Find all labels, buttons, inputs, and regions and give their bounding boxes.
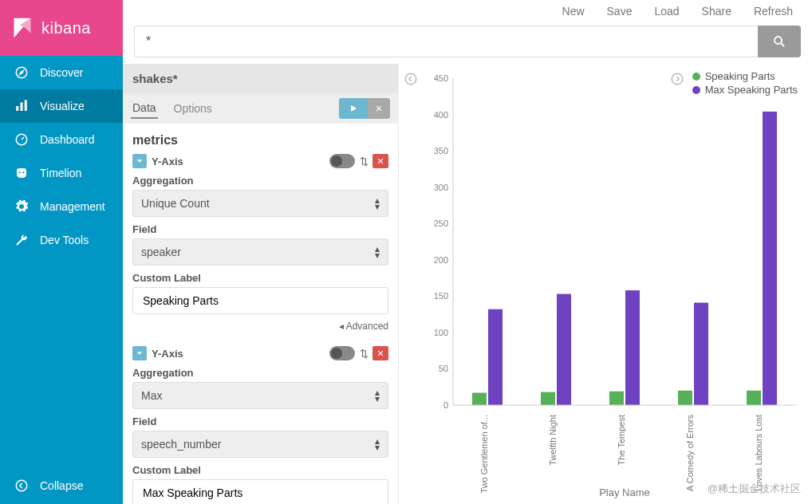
tab-data[interactable]: Data (131, 98, 158, 119)
svg-point-6 (22, 171, 24, 173)
svg-text:A Comedy of Errors: A Comedy of Errors (685, 415, 695, 491)
panel-tabs: Data Options (123, 93, 398, 124)
chevron-updown-icon: ▴▾ (375, 246, 380, 258)
svg-point-9 (405, 73, 416, 85)
sidebar-item-label: Discover (40, 66, 83, 79)
collapse-metric-button[interactable] (132, 154, 147, 168)
drag-handle-icon[interactable]: ⇅ (357, 154, 371, 168)
svg-rect-33 (747, 391, 761, 405)
chevron-updown-icon: ▴▾ (375, 438, 380, 451)
svg-text:100: 100 (434, 328, 448, 337)
remove-metric-button[interactable] (372, 346, 388, 360)
config-panel: shakes* Data Options metrics (123, 64, 399, 504)
sidebar-item-visualize[interactable]: Visualize (0, 89, 123, 123)
chevron-left-icon (14, 478, 29, 493)
svg-text:200: 200 (434, 255, 448, 265)
remove-metric-button[interactable] (372, 154, 388, 168)
drag-handle-icon[interactable]: ⇅ (357, 346, 371, 360)
index-pattern-header[interactable]: shakes* (123, 64, 398, 93)
expand-legend-button[interactable] (670, 72, 684, 86)
svg-text:350: 350 (434, 146, 448, 156)
sidebar-item-timelion[interactable]: Timelion (0, 156, 123, 190)
aggregation-label: Aggregation (132, 367, 388, 379)
close-icon (375, 104, 383, 112)
svg-rect-3 (25, 100, 27, 112)
field-select[interactable]: speaker ▴▾ (132, 238, 388, 266)
search-icon (772, 34, 786, 49)
custom-label-input[interactable] (132, 287, 388, 314)
custom-label-label: Custom Label (132, 464, 388, 476)
custom-label-label: Custom Label (132, 272, 388, 284)
svg-point-10 (672, 73, 683, 85)
searchbar (123, 19, 812, 64)
aggregation-value: Unique Count (141, 197, 210, 210)
svg-text:Twelfth Night: Twelfth Night (548, 415, 558, 466)
svg-text:0: 0 (443, 400, 448, 410)
collapse-panel-button[interactable] (404, 72, 418, 86)
logo[interactable]: kibana (0, 0, 123, 56)
topbar-load[interactable]: Load (654, 5, 679, 18)
sidebar-item-label: Dev Tools (40, 234, 89, 246)
axis-type-label: Y-Axis (152, 156, 325, 167)
wrench-icon (14, 233, 29, 247)
metric-block: Y-Axis ⇅ Aggregation Max ▴▾ F (132, 346, 388, 504)
nav: Discover Visualize Dashboard Timelion Ma… (0, 56, 123, 467)
svg-text:300: 300 (434, 183, 448, 192)
sidebar-item-management[interactable]: Management (0, 190, 123, 223)
sidebar-item-label: Timelion (40, 167, 81, 179)
metric-enable-toggle[interactable] (329, 346, 355, 360)
sidebar-item-devtools[interactable]: Dev Tools (0, 223, 123, 257)
watermark-text: @稀土掘金技术社区 (708, 482, 801, 496)
search-button[interactable] (758, 26, 801, 57)
legend-swatch-icon (692, 73, 700, 81)
apply-changes-button[interactable] (339, 98, 368, 119)
field-value: speech_number (141, 438, 221, 451)
search-input[interactable] (134, 26, 758, 57)
svg-rect-24 (541, 392, 555, 405)
chevron-updown-icon: ▴▾ (375, 197, 380, 210)
metric-enable-toggle[interactable] (329, 154, 355, 168)
aggregation-select[interactable]: Unique Count ▴▾ (132, 190, 388, 217)
legend-item[interactable]: Speaking Parts (692, 70, 798, 82)
topbar-new[interactable]: New (562, 5, 585, 18)
svg-text:The Tempest: The Tempest (617, 415, 626, 465)
chart-legend: Speaking Parts Max Speaking Parts (692, 70, 798, 97)
advanced-toggle[interactable]: ◂ Advanced (132, 321, 388, 332)
topbar: New Save Load Share Refresh (123, 0, 812, 19)
sidebar-item-discover[interactable]: Discover (0, 56, 123, 89)
svg-rect-21 (472, 393, 487, 405)
sidebar-item-label: Visualize (40, 100, 85, 112)
svg-rect-25 (557, 294, 571, 405)
discard-changes-button[interactable] (368, 98, 390, 119)
play-icon (349, 104, 358, 113)
field-select[interactable]: speech_number ▴▾ (132, 431, 388, 458)
aggregation-label: Aggregation (132, 175, 388, 187)
svg-rect-34 (763, 112, 777, 405)
aggregation-select[interactable]: Max ▴▾ (132, 382, 388, 409)
aggregation-value: Max (141, 389, 162, 402)
collapse-sidebar-button[interactable]: Collapse (0, 467, 123, 504)
topbar-share[interactable]: Share (702, 5, 731, 18)
compass-icon (14, 65, 29, 80)
collapse-metric-button[interactable] (132, 346, 147, 360)
bar-chart: 050100150200250300350400450Two Gentlemen… (421, 70, 804, 501)
legend-item[interactable]: Max Speaking Parts (692, 84, 798, 96)
topbar-refresh[interactable]: Refresh (754, 5, 793, 18)
axis-type-label: Y-Axis (152, 348, 325, 360)
svg-rect-30 (678, 391, 692, 405)
logo-text: kibana (41, 19, 91, 37)
legend-label: Max Speaking Parts (705, 84, 798, 96)
sidebar-item-label: Dashboard (40, 133, 95, 146)
svg-rect-31 (694, 303, 708, 405)
svg-text:150: 150 (434, 291, 448, 301)
svg-text:Loves Labours Lost: Loves Labours Lost (754, 415, 763, 491)
topbar-save[interactable]: Save (607, 5, 633, 18)
kibana-logo-icon (11, 17, 34, 39)
custom-label-input[interactable] (132, 479, 388, 504)
metrics-section-title: metrics (132, 133, 388, 148)
gear-icon (14, 199, 29, 214)
tab-options[interactable]: Options (172, 99, 214, 118)
svg-point-7 (16, 480, 27, 491)
svg-rect-22 (488, 309, 503, 405)
sidebar-item-dashboard[interactable]: Dashboard (0, 123, 123, 156)
